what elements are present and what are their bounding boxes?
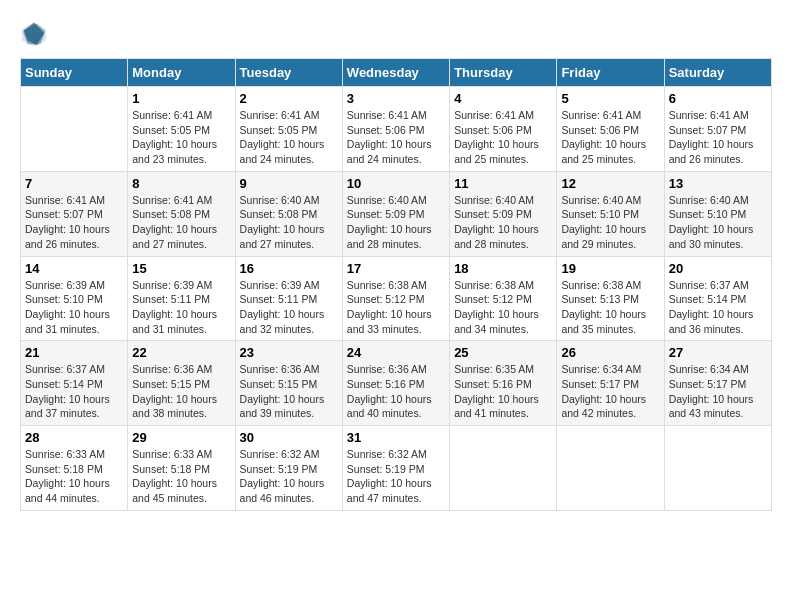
day-detail: Sunrise: 6:33 AMSunset: 5:18 PMDaylight:…: [132, 447, 230, 506]
day-detail: Sunrise: 6:40 AMSunset: 5:09 PMDaylight:…: [347, 193, 445, 252]
calendar-cell: 19Sunrise: 6:38 AMSunset: 5:13 PMDayligh…: [557, 256, 664, 341]
day-detail: Sunrise: 6:34 AMSunset: 5:17 PMDaylight:…: [561, 362, 659, 421]
day-number: 13: [669, 176, 767, 191]
calendar-cell: 31Sunrise: 6:32 AMSunset: 5:19 PMDayligh…: [342, 426, 449, 511]
day-number: 14: [25, 261, 123, 276]
calendar-cell: 5Sunrise: 6:41 AMSunset: 5:06 PMDaylight…: [557, 87, 664, 172]
day-number: 12: [561, 176, 659, 191]
header-sunday: Sunday: [21, 59, 128, 87]
day-number: 16: [240, 261, 338, 276]
day-detail: Sunrise: 6:36 AMSunset: 5:15 PMDaylight:…: [240, 362, 338, 421]
day-detail: Sunrise: 6:36 AMSunset: 5:16 PMDaylight:…: [347, 362, 445, 421]
calendar-cell: 12Sunrise: 6:40 AMSunset: 5:10 PMDayligh…: [557, 171, 664, 256]
calendar-cell: 13Sunrise: 6:40 AMSunset: 5:10 PMDayligh…: [664, 171, 771, 256]
week-row-5: 28Sunrise: 6:33 AMSunset: 5:18 PMDayligh…: [21, 426, 772, 511]
day-detail: Sunrise: 6:38 AMSunset: 5:12 PMDaylight:…: [454, 278, 552, 337]
calendar-cell: 27Sunrise: 6:34 AMSunset: 5:17 PMDayligh…: [664, 341, 771, 426]
calendar-cell: 25Sunrise: 6:35 AMSunset: 5:16 PMDayligh…: [450, 341, 557, 426]
day-detail: Sunrise: 6:40 AMSunset: 5:10 PMDaylight:…: [669, 193, 767, 252]
day-detail: Sunrise: 6:41 AMSunset: 5:05 PMDaylight:…: [240, 108, 338, 167]
calendar-cell: 4Sunrise: 6:41 AMSunset: 5:06 PMDaylight…: [450, 87, 557, 172]
calendar-cell: [450, 426, 557, 511]
header: [20, 20, 772, 48]
day-number: 10: [347, 176, 445, 191]
calendar-cell: [557, 426, 664, 511]
calendar-cell: 8Sunrise: 6:41 AMSunset: 5:08 PMDaylight…: [128, 171, 235, 256]
day-detail: Sunrise: 6:40 AMSunset: 5:10 PMDaylight:…: [561, 193, 659, 252]
calendar-cell: 1Sunrise: 6:41 AMSunset: 5:05 PMDaylight…: [128, 87, 235, 172]
week-row-4: 21Sunrise: 6:37 AMSunset: 5:14 PMDayligh…: [21, 341, 772, 426]
day-number: 29: [132, 430, 230, 445]
calendar-cell: [21, 87, 128, 172]
calendar-cell: 22Sunrise: 6:36 AMSunset: 5:15 PMDayligh…: [128, 341, 235, 426]
day-number: 18: [454, 261, 552, 276]
day-number: 22: [132, 345, 230, 360]
day-detail: Sunrise: 6:40 AMSunset: 5:08 PMDaylight:…: [240, 193, 338, 252]
day-number: 21: [25, 345, 123, 360]
day-detail: Sunrise: 6:35 AMSunset: 5:16 PMDaylight:…: [454, 362, 552, 421]
header-friday: Friday: [557, 59, 664, 87]
calendar-cell: 15Sunrise: 6:39 AMSunset: 5:11 PMDayligh…: [128, 256, 235, 341]
day-number: 25: [454, 345, 552, 360]
day-detail: Sunrise: 6:38 AMSunset: 5:12 PMDaylight:…: [347, 278, 445, 337]
day-number: 3: [347, 91, 445, 106]
calendar-table: SundayMondayTuesdayWednesdayThursdayFrid…: [20, 58, 772, 511]
day-detail: Sunrise: 6:39 AMSunset: 5:11 PMDaylight:…: [240, 278, 338, 337]
day-detail: Sunrise: 6:41 AMSunset: 5:07 PMDaylight:…: [669, 108, 767, 167]
day-detail: Sunrise: 6:38 AMSunset: 5:13 PMDaylight:…: [561, 278, 659, 337]
day-number: 24: [347, 345, 445, 360]
calendar-cell: 16Sunrise: 6:39 AMSunset: 5:11 PMDayligh…: [235, 256, 342, 341]
day-number: 7: [25, 176, 123, 191]
day-number: 30: [240, 430, 338, 445]
day-detail: Sunrise: 6:36 AMSunset: 5:15 PMDaylight:…: [132, 362, 230, 421]
calendar-cell: [664, 426, 771, 511]
day-number: 5: [561, 91, 659, 106]
calendar-cell: 23Sunrise: 6:36 AMSunset: 5:15 PMDayligh…: [235, 341, 342, 426]
calendar-cell: 26Sunrise: 6:34 AMSunset: 5:17 PMDayligh…: [557, 341, 664, 426]
header-thursday: Thursday: [450, 59, 557, 87]
calendar-cell: 9Sunrise: 6:40 AMSunset: 5:08 PMDaylight…: [235, 171, 342, 256]
day-number: 26: [561, 345, 659, 360]
day-number: 11: [454, 176, 552, 191]
header-wednesday: Wednesday: [342, 59, 449, 87]
calendar-cell: 30Sunrise: 6:32 AMSunset: 5:19 PMDayligh…: [235, 426, 342, 511]
day-number: 27: [669, 345, 767, 360]
day-detail: Sunrise: 6:39 AMSunset: 5:11 PMDaylight:…: [132, 278, 230, 337]
day-number: 4: [454, 91, 552, 106]
day-detail: Sunrise: 6:32 AMSunset: 5:19 PMDaylight:…: [347, 447, 445, 506]
week-row-3: 14Sunrise: 6:39 AMSunset: 5:10 PMDayligh…: [21, 256, 772, 341]
calendar-cell: 11Sunrise: 6:40 AMSunset: 5:09 PMDayligh…: [450, 171, 557, 256]
day-number: 9: [240, 176, 338, 191]
day-detail: Sunrise: 6:41 AMSunset: 5:05 PMDaylight:…: [132, 108, 230, 167]
calendar-cell: 28Sunrise: 6:33 AMSunset: 5:18 PMDayligh…: [21, 426, 128, 511]
calendar-cell: 20Sunrise: 6:37 AMSunset: 5:14 PMDayligh…: [664, 256, 771, 341]
day-detail: Sunrise: 6:41 AMSunset: 5:07 PMDaylight:…: [25, 193, 123, 252]
day-number: 31: [347, 430, 445, 445]
day-number: 17: [347, 261, 445, 276]
day-detail: Sunrise: 6:41 AMSunset: 5:06 PMDaylight:…: [454, 108, 552, 167]
calendar-cell: 6Sunrise: 6:41 AMSunset: 5:07 PMDaylight…: [664, 87, 771, 172]
day-detail: Sunrise: 6:37 AMSunset: 5:14 PMDaylight:…: [669, 278, 767, 337]
day-number: 6: [669, 91, 767, 106]
header-tuesday: Tuesday: [235, 59, 342, 87]
day-detail: Sunrise: 6:41 AMSunset: 5:06 PMDaylight:…: [347, 108, 445, 167]
day-detail: Sunrise: 6:34 AMSunset: 5:17 PMDaylight:…: [669, 362, 767, 421]
header-monday: Monday: [128, 59, 235, 87]
day-number: 15: [132, 261, 230, 276]
calendar-cell: 10Sunrise: 6:40 AMSunset: 5:09 PMDayligh…: [342, 171, 449, 256]
calendar-cell: 24Sunrise: 6:36 AMSunset: 5:16 PMDayligh…: [342, 341, 449, 426]
day-detail: Sunrise: 6:41 AMSunset: 5:06 PMDaylight:…: [561, 108, 659, 167]
calendar-cell: 3Sunrise: 6:41 AMSunset: 5:06 PMDaylight…: [342, 87, 449, 172]
calendar-cell: 2Sunrise: 6:41 AMSunset: 5:05 PMDaylight…: [235, 87, 342, 172]
day-detail: Sunrise: 6:40 AMSunset: 5:09 PMDaylight:…: [454, 193, 552, 252]
calendar-cell: 21Sunrise: 6:37 AMSunset: 5:14 PMDayligh…: [21, 341, 128, 426]
day-number: 19: [561, 261, 659, 276]
day-number: 23: [240, 345, 338, 360]
day-number: 2: [240, 91, 338, 106]
week-row-1: 1Sunrise: 6:41 AMSunset: 5:05 PMDaylight…: [21, 87, 772, 172]
calendar-cell: 18Sunrise: 6:38 AMSunset: 5:12 PMDayligh…: [450, 256, 557, 341]
calendar-cell: 7Sunrise: 6:41 AMSunset: 5:07 PMDaylight…: [21, 171, 128, 256]
logo-icon: [20, 20, 48, 48]
logo: [20, 20, 50, 48]
day-detail: Sunrise: 6:33 AMSunset: 5:18 PMDaylight:…: [25, 447, 123, 506]
